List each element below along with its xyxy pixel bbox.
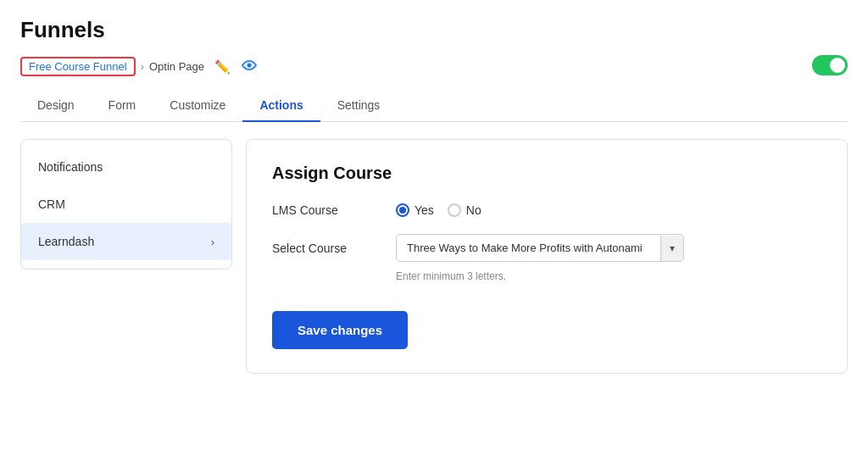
- breadcrumb-actions: ✏️: [213, 56, 259, 77]
- tab-settings[interactable]: Settings: [320, 90, 398, 122]
- main-panel: Assign Course LMS Course Yes No Sel: [246, 139, 848, 374]
- tabs-navigation: Design Form Customize Actions Settings: [20, 90, 848, 122]
- sidebar-chevron-learndash: ›: [211, 236, 214, 248]
- select-course-field: Select Course Three Ways to Make More Pr…: [272, 234, 821, 262]
- page-title: Funnels: [20, 17, 848, 43]
- select-course-label: Select Course: [272, 242, 382, 255]
- sidebar-panel: Notifications CRM Learndash ›: [20, 139, 232, 269]
- radio-no[interactable]: No: [448, 203, 481, 217]
- content-area: Notifications CRM Learndash › Assign Cou…: [20, 139, 848, 374]
- lms-course-label: LMS Course: [272, 203, 382, 217]
- tab-form[interactable]: Form: [92, 90, 153, 122]
- sidebar-item-notifications[interactable]: Notifications: [21, 148, 231, 186]
- course-select-hint: Enter minimum 3 letters.: [396, 270, 821, 282]
- radio-yes-circle: [396, 203, 409, 217]
- lms-course-field: LMS Course Yes No: [272, 203, 821, 217]
- sidebar-label-crm: CRM: [38, 197, 65, 211]
- tab-actions[interactable]: Actions: [242, 90, 320, 122]
- sidebar-label-learndash: Learndash: [38, 235, 94, 248]
- breadcrumb-funnel-link[interactable]: Free Course Funnel: [20, 57, 136, 76]
- page-toggle[interactable]: [812, 55, 848, 78]
- radio-yes[interactable]: Yes: [396, 203, 434, 217]
- sidebar-item-learndash[interactable]: Learndash ›: [21, 223, 231, 260]
- sidebar-label-notifications: Notifications: [38, 160, 103, 174]
- preview-page-button[interactable]: [239, 56, 259, 77]
- tab-design[interactable]: Design: [20, 90, 92, 122]
- svg-point-1: [248, 64, 252, 68]
- breadcrumb-page-name: Optin Page: [149, 60, 204, 73]
- sidebar-item-crm[interactable]: CRM: [21, 186, 231, 223]
- course-select-value: Three Ways to Make More Profits with Aut…: [397, 235, 660, 261]
- assign-course-title: Assign Course: [272, 164, 821, 183]
- radio-no-label: No: [466, 203, 481, 217]
- lms-course-radio-group: Yes No: [396, 203, 481, 217]
- course-select-dropdown[interactable]: Three Ways to Make More Profits with Aut…: [396, 234, 684, 262]
- breadcrumb-separator: ›: [141, 60, 144, 73]
- breadcrumb: Free Course Funnel › Optin Page ✏️: [20, 55, 848, 78]
- radio-no-circle: [448, 203, 461, 217]
- radio-yes-label: Yes: [415, 203, 434, 217]
- edit-page-button[interactable]: ✏️: [213, 58, 232, 76]
- tab-customize[interactable]: Customize: [153, 90, 242, 122]
- dropdown-arrow-icon[interactable]: ▾: [660, 236, 683, 261]
- save-changes-button[interactable]: Save changes: [272, 311, 408, 349]
